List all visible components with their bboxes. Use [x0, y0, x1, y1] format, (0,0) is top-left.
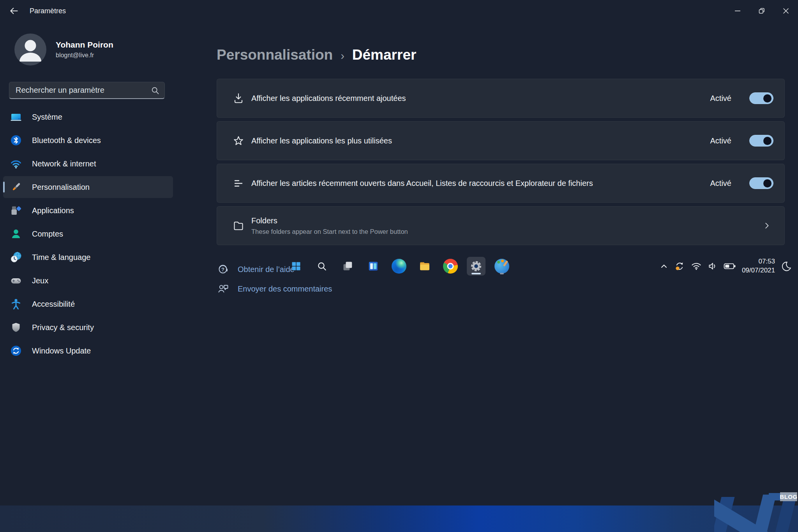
file-explorer-icon [417, 259, 432, 274]
avatar [14, 34, 46, 65]
tray-sync-button[interactable] [674, 261, 685, 272]
sidebar-item-bluetooth-devices[interactable]: Bluetooth & devices [3, 129, 173, 151]
tray-time: 07:53 [742, 257, 775, 266]
tray-date: 09/07/2021 [742, 266, 775, 275]
windows-update-icon [10, 345, 22, 357]
tray-clock[interactable]: 07:53 09/07/2021 [742, 257, 775, 275]
taskbar-search-icon [315, 259, 329, 273]
tray-focus-assist-button[interactable] [781, 261, 792, 272]
tray-volume-button[interactable] [708, 261, 718, 271]
back-arrow-icon [9, 6, 19, 16]
taskbar-edge-button[interactable] [390, 257, 408, 276]
search-input[interactable]: Rechercher un paramètre [9, 82, 165, 99]
personalization-icon [10, 181, 22, 193]
sidebar: Yohann Poiron blognt@live.fr Rechercher … [0, 22, 176, 505]
time-language-icon [10, 251, 22, 263]
sidebar-item-label: Accessibilité [32, 300, 75, 309]
taskbar-icons [287, 0, 511, 532]
star-icon [232, 134, 245, 147]
sidebar-item-label: Privacy & security [32, 323, 94, 332]
get-help-label: Obtenir de l’aide [238, 265, 295, 274]
sidebar-item-comptes[interactable]: Comptes [3, 223, 173, 245]
get-help-icon: ? [217, 263, 229, 275]
user-profile[interactable]: Yohann Poiron blognt@live.fr [14, 34, 176, 65]
speaker-icon [708, 261, 718, 271]
paint-icon [494, 259, 509, 274]
taskbar-file-explorer-button[interactable] [415, 257, 434, 276]
back-button[interactable] [6, 4, 22, 18]
download-icon [232, 92, 245, 105]
search-placeholder: Rechercher un paramètre [16, 86, 150, 95]
sidebar-item-label: Comptes [32, 230, 63, 239]
tray-battery-button[interactable] [724, 262, 736, 270]
sidebar-item-label: Windows Update [32, 346, 91, 355]
focused-app-indicator [471, 273, 481, 274]
recent-items-icon [232, 177, 245, 190]
sidebar-item-personnalisation[interactable]: Personnalisation [3, 176, 173, 198]
tray-wifi-button[interactable] [691, 261, 702, 272]
accounts-icon [10, 228, 22, 240]
network-icon [10, 158, 22, 170]
person-silhouette-icon [14, 34, 46, 65]
sidebar-item-applications[interactable]: Applications [3, 200, 173, 221]
sidebar-item-label: Jeux [32, 276, 48, 285]
task-view-icon [341, 259, 355, 273]
sidebar-item-label: Système [32, 113, 62, 122]
widgets-icon [366, 259, 380, 273]
sidebar-item-privacy-security[interactable]: Privacy & security [3, 316, 173, 338]
search-icon [150, 86, 160, 95]
sidebar-item-accessibilite[interactable]: Accessibilité [3, 293, 173, 315]
sidebar-item-label: Personnalisation [32, 183, 90, 192]
moon-icon [781, 261, 792, 272]
taskbar-search-button[interactable] [312, 257, 331, 276]
feedback-icon [217, 283, 229, 295]
taskbar-settings-button[interactable] [467, 257, 486, 276]
battery-icon [724, 262, 736, 270]
profile-name: Yohann Poiron [56, 40, 113, 49]
profile-text: Yohann Poiron blognt@live.fr [56, 40, 113, 59]
system-icon [10, 111, 22, 123]
sidebar-item-time-language[interactable]: Time & language [3, 246, 173, 268]
accessibility-icon [10, 298, 22, 310]
taskbar-paint-button[interactable] [493, 257, 511, 276]
sync-icon [674, 261, 685, 272]
sidebar-item-windows-update[interactable]: Windows Update [3, 340, 173, 362]
open-app-indicator [500, 273, 504, 274]
profile-email: blognt@live.fr [56, 52, 113, 59]
sidebar-item-jeux[interactable]: Jeux [3, 270, 173, 292]
taskbar-start-button[interactable] [287, 257, 305, 276]
privacy-icon [10, 322, 22, 333]
tray-chevron-up-button[interactable] [660, 262, 668, 270]
chevron-up-icon [660, 262, 668, 270]
taskbar-widgets-button[interactable] [364, 257, 383, 276]
bluetooth-icon [10, 134, 22, 146]
sidebar-item-label: Bluetooth & devices [32, 136, 101, 145]
apps-icon [10, 205, 22, 216]
app-title: Paramètres [30, 7, 66, 15]
sidebar-item-systeme[interactable]: Système [3, 106, 173, 128]
chrome-icon [443, 259, 458, 274]
svg-text:?: ? [221, 267, 224, 272]
settings-gear-icon [469, 259, 484, 274]
folder-icon [232, 219, 245, 232]
taskbar-chrome-button[interactable] [441, 257, 460, 276]
start-icon [289, 259, 303, 273]
system-tray: 07:53 09/07/2021 [660, 0, 792, 532]
edge-icon [392, 259, 406, 274]
gaming-icon [10, 275, 22, 286]
taskbar-task-view-button[interactable] [338, 257, 357, 276]
wifi-icon [691, 261, 702, 272]
sidebar-item-label: Applications [32, 206, 74, 215]
sidebar-item-label: Network & internet [32, 159, 96, 168]
sidebar-item-label: Time & language [32, 253, 90, 262]
sidebar-nav: Système Bluetooth & devices Network & in… [0, 105, 176, 362]
sidebar-item-network-internet[interactable]: Network & internet [3, 153, 173, 175]
